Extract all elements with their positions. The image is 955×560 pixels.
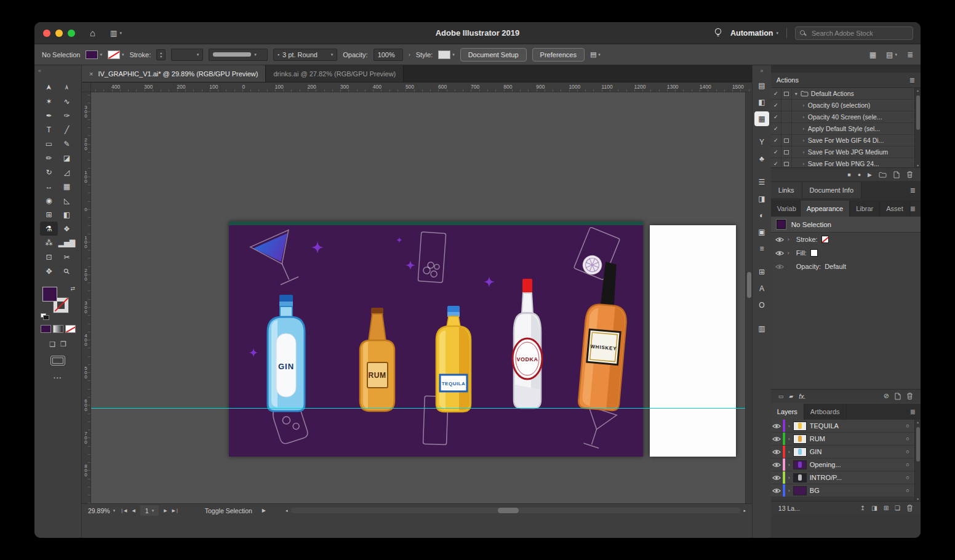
appearance-stroke-row[interactable]: › Stroke: <box>771 233 921 246</box>
rectangle-tool[interactable]: ▭ <box>40 137 58 151</box>
layer-target-icon[interactable]: ○ <box>901 474 914 481</box>
appearance-fill-row[interactable]: › Fill: <box>771 246 921 260</box>
layer-row[interactable]: ›RUM○ <box>771 433 914 446</box>
magic-wand-tool[interactable]: ✶ <box>40 94 58 108</box>
stroke-panel-icon[interactable]: ☰ <box>754 175 769 190</box>
screen-mode-button[interactable] <box>50 356 65 366</box>
action-enabled-checkbox[interactable]: ✓ <box>771 88 781 99</box>
action-enabled-checkbox[interactable]: ✓ <box>771 158 781 167</box>
tab-layers[interactable]: Layers <box>771 404 804 420</box>
width-tool[interactable]: ↔ <box>40 179 58 193</box>
chevron-right-icon[interactable]: › <box>785 475 793 481</box>
tab-document-info[interactable]: Document Info <box>802 182 862 198</box>
visibility-eye-icon[interactable] <box>775 264 784 270</box>
layer-name[interactable]: TEQUILA <box>810 422 901 430</box>
actions-scrollbar[interactable]: ▴▾ <box>914 88 921 167</box>
collapse-toolbar-icon[interactable]: « <box>34 65 81 78</box>
horizontal-guide[interactable] <box>91 408 745 409</box>
color-guide-panel-icon[interactable]: ◧ <box>754 95 769 110</box>
action-row[interactable]: ✓›Save For Web PNG 24... <box>771 158 914 167</box>
width-profile-dropdown[interactable]: •3 pt. Round▾ <box>273 49 337 61</box>
layer-visibility-toggle[interactable] <box>771 458 783 471</box>
expand-panels-icon[interactable]: » <box>760 68 763 76</box>
appearance-opacity-row[interactable]: Opacity: Default <box>771 260 921 273</box>
zoom-level-dropdown[interactable]: 29.89%▾ <box>88 507 115 514</box>
opacity-field[interactable]: 100% <box>374 49 403 61</box>
scrollbar-thumb[interactable] <box>747 272 751 298</box>
gradient-tool[interactable]: ◧ <box>58 207 76 222</box>
workspace-switcher[interactable]: Automation▾ <box>730 29 778 38</box>
layer-row[interactable]: ›INTRO/P...○ <box>771 471 914 484</box>
layer-name[interactable]: RUM <box>810 435 901 442</box>
stroke-none-swatch[interactable] <box>108 50 120 59</box>
chevron-right-icon[interactable]: › <box>799 126 808 132</box>
zoom-button[interactable] <box>68 30 75 37</box>
add-stroke-icon[interactable]: ▭ <box>778 393 784 399</box>
color-panel-icon[interactable]: ▤ <box>754 78 769 93</box>
graphic-styles-panel-icon[interactable]: ▣ <box>754 225 769 239</box>
panel-menu-icon[interactable]: ≣ <box>910 408 921 416</box>
stroke-weight-stepper[interactable]: ▴▾ <box>156 49 166 60</box>
gradient-panel-icon[interactable]: ◨ <box>754 191 769 206</box>
last-artboard-icon[interactable]: ▶❘ <box>172 508 179 513</box>
layer-thumbnail[interactable] <box>793 447 807 457</box>
action-enabled-checkbox[interactable]: ✓ <box>771 146 781 158</box>
play-icon[interactable]: ▶ <box>868 172 872 178</box>
workspace-layout-icon[interactable]: ▥▾ <box>110 29 122 38</box>
tab-artboards[interactable]: Artboards <box>804 404 847 420</box>
layer-row[interactable]: ›Opening...○ <box>771 458 914 471</box>
swatches-panel-icon[interactable]: ▦ <box>754 111 769 126</box>
edit-toolbar-icon[interactable]: ··· <box>34 374 81 382</box>
panel-menu-icon[interactable]: ≣ <box>910 186 921 194</box>
chevron-down-icon[interactable]: ▾ <box>792 91 801 97</box>
layer-row[interactable]: ›TEQUILA○ <box>771 420 914 433</box>
document-setup-button[interactable]: Document Setup <box>460 48 527 62</box>
layer-target-icon[interactable]: ○ <box>901 423 914 429</box>
vertical-ruler[interactable]: 3 0 02 0 01 0 001 0 02 0 03 0 04 0 05 0 … <box>82 92 91 503</box>
transform-panel-icon[interactable]: ⊞ <box>754 265 769 279</box>
layer-name[interactable]: BG <box>810 487 901 494</box>
tab-assets[interactable]: Asset <box>880 201 910 217</box>
chevron-right-icon[interactable]: › <box>785 449 793 455</box>
blend-tool[interactable]: ❖ <box>58 222 76 236</box>
action-row[interactable]: ✓›Save For Web GIF 64 Di... <box>771 135 914 146</box>
horizontal-ruler[interactable]: 4003002001000100200300400500600700800900… <box>91 82 752 92</box>
type-tool[interactable]: T <box>40 122 58 137</box>
stock-search-input[interactable] <box>795 26 913 40</box>
column-graph-tool[interactable]: ▂▅▇ <box>58 236 76 250</box>
vodka-bottle[interactable]: VODKA <box>508 279 547 410</box>
delete-item-icon[interactable] <box>906 392 913 400</box>
new-action-icon[interactable] <box>893 171 900 178</box>
layer-target-icon[interactable]: ○ <box>901 487 914 494</box>
layer-visibility-toggle[interactable] <box>771 446 783 458</box>
fill-color-swatch[interactable] <box>42 287 57 302</box>
scroll-right-icon[interactable]: ▸ <box>743 508 746 513</box>
paintbrush-tool[interactable]: ✎ <box>58 137 76 151</box>
layer-thumbnail[interactable] <box>793 473 807 482</box>
new-layer-icon[interactable]: ❏ <box>895 505 900 511</box>
add-effect-icon[interactable]: fx. <box>799 393 805 400</box>
close-button[interactable] <box>43 30 50 37</box>
action-row[interactable]: ✓›Save For Web JPG Medium <box>771 146 914 158</box>
artboard-2[interactable] <box>650 225 736 457</box>
libraries-panel-icon[interactable]: ▥ <box>754 321 769 336</box>
transparency-panel-icon[interactable]: ◐ <box>754 208 769 223</box>
lasso-tool[interactable]: ∿ <box>58 94 76 108</box>
action-row[interactable]: ✓▾Default Actions <box>771 88 914 100</box>
new-sublayer-icon[interactable]: ⊞ <box>884 505 889 511</box>
rotate-tool[interactable]: ↻ <box>40 165 58 179</box>
free-transform-tool[interactable]: ▦ <box>58 179 76 193</box>
workspace-options-icon[interactable]: ▤▾ <box>886 50 897 59</box>
rum-bottle[interactable]: RUM <box>354 308 401 412</box>
scrollbar-thumb[interactable] <box>498 508 519 513</box>
chevron-right-icon[interactable]: › <box>785 462 793 468</box>
lightbulb-icon[interactable] <box>714 28 722 38</box>
opentype-panel-icon[interactable]: O <box>754 298 769 313</box>
stroke-color-dropdown[interactable]: ▾ <box>108 50 124 59</box>
action-dialog-toggle[interactable] <box>781 88 792 99</box>
stroke-weight-dropdown[interactable]: ▾ <box>171 49 203 61</box>
line-segment-tool[interactable]: ╱ <box>58 122 76 137</box>
swap-fill-stroke-icon[interactable]: ⇄ <box>70 286 75 292</box>
minimize-button[interactable] <box>55 30 63 37</box>
collect-for-export-icon[interactable]: ↥ <box>860 505 865 511</box>
